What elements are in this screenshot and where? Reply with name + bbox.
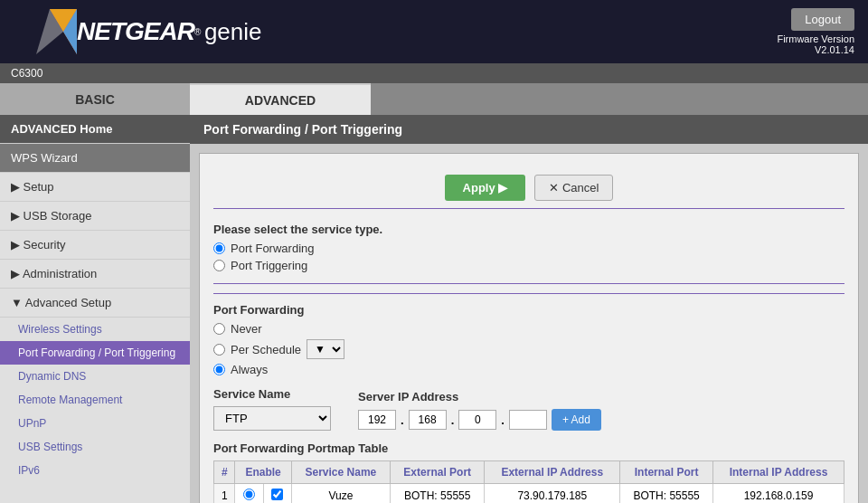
- cell-checkbox[interactable]: [263, 484, 291, 504]
- port-forwarding-label: Port Forwarding: [231, 242, 314, 255]
- cell-external-ip: 73.90.179.185: [485, 484, 620, 504]
- table-title: Port Forwarding Portmap Table: [213, 441, 844, 455]
- content-inner: Apply ▶ ✕ Cancel Please select the servi…: [199, 153, 859, 503]
- sidebar-item-remote-management[interactable]: Remote Management: [0, 388, 190, 412]
- per-schedule-label: Per Schedule: [231, 343, 301, 356]
- cancel-button[interactable]: ✕ Cancel: [534, 175, 613, 201]
- header-right: Logout Firmware Version V2.01.14: [777, 8, 854, 55]
- tab-bar: BASIC ADVANCED: [0, 83, 868, 115]
- row-radio[interactable]: [243, 489, 255, 500]
- col-internal-port: Internal Port: [620, 461, 713, 484]
- ip-octet-4[interactable]: [509, 410, 547, 430]
- sidebar-item-wps-wizard[interactable]: WPS Wizard: [0, 144, 190, 173]
- col-service-name: Service Name: [291, 461, 390, 484]
- logo-netgear: NETGEAR: [77, 17, 194, 45]
- content-area: Port Forwarding / Port Triggering Apply …: [190, 115, 868, 503]
- tab-basic[interactable]: BASIC: [0, 83, 190, 115]
- ip-input-row: . . . + Add: [358, 409, 601, 431]
- service-ip-row: Service Name FTP Server IP Address . . .: [213, 387, 844, 431]
- sidebar-item-dynamic-dns[interactable]: Dynamic DNS: [0, 365, 190, 388]
- model-bar: C6300: [0, 63, 868, 83]
- schedule-dropdown[interactable]: ▼: [307, 339, 344, 359]
- header: NETGEAR® genie Logout Firmware Version V…: [0, 0, 868, 63]
- cell-internal-port: BOTH: 55555: [620, 484, 713, 504]
- always-label: Always: [231, 363, 268, 376]
- port-forwarding-section-label: Port Forwarding: [213, 303, 844, 317]
- model-text: C6300: [11, 67, 42, 80]
- ip-dot-3: .: [501, 413, 505, 427]
- ip-octet-1[interactable]: [358, 410, 396, 430]
- sidebar-item-usb-settings[interactable]: USB Settings: [0, 435, 190, 459]
- col-enable: Enable: [235, 461, 291, 484]
- add-button[interactable]: + Add: [552, 409, 601, 431]
- sidebar-item-setup[interactable]: ▶ Setup: [0, 173, 190, 202]
- sidebar-item-administration[interactable]: ▶ Administration: [0, 260, 190, 289]
- sidebar-item-usb-storage[interactable]: ▶ USB Storage: [0, 202, 190, 231]
- logo-genie: genie: [204, 18, 262, 45]
- radio-never[interactable]: [213, 323, 225, 335]
- sidebar-item-upnp[interactable]: UPnP: [0, 412, 190, 435]
- sidebar: ADVANCED Home WPS Wizard ▶ Setup ▶ USB S…: [0, 115, 190, 503]
- logout-button[interactable]: Logout: [791, 8, 854, 31]
- service-name-select[interactable]: FTP: [213, 406, 331, 431]
- apply-cancel-row: Apply ▶ ✕ Cancel: [213, 167, 844, 209]
- main-layout: ADVANCED Home WPS Wizard ▶ Setup ▶ USB S…: [0, 115, 868, 503]
- col-external-ip: External IP Address: [485, 461, 620, 484]
- radio-per-schedule[interactable]: [213, 344, 225, 356]
- logo-triangle-icon: [23, 9, 77, 54]
- cell-radio[interactable]: [235, 484, 263, 504]
- sidebar-item-advanced-home[interactable]: ADVANCED Home: [0, 115, 190, 144]
- radio-always[interactable]: [213, 364, 225, 375]
- cell-external-port: BOTH: 55555: [391, 484, 485, 504]
- port-triggering-label: Port Triggering: [231, 259, 307, 272]
- service-name-label: Service Name: [213, 387, 331, 401]
- server-ip-label: Server IP Address: [358, 390, 601, 403]
- service-name-group: Service Name FTP: [213, 387, 331, 431]
- sidebar-item-ipv6[interactable]: IPv6: [0, 459, 190, 482]
- ip-octet-2[interactable]: [409, 410, 447, 430]
- firmware-info: Firmware Version V2.01.14: [777, 33, 854, 55]
- service-type-label: Please select the service type.: [213, 223, 844, 236]
- cell-service-name: Vuze: [291, 484, 390, 504]
- sidebar-item-port-forwarding[interactable]: Port Forwarding / Port Triggering: [0, 341, 190, 365]
- always-row: Always: [213, 363, 844, 376]
- col-internal-ip: Internal IP Address: [713, 461, 844, 484]
- page-title: Port Forwarding / Port Triggering: [190, 115, 868, 144]
- col-num: #: [214, 461, 235, 484]
- ip-octet-3[interactable]: [458, 410, 496, 430]
- sidebar-item-wireless-settings[interactable]: Wireless Settings: [0, 318, 190, 341]
- sidebar-item-advanced-setup[interactable]: ▼ Advanced Setup: [0, 289, 190, 318]
- never-row: Never: [213, 322, 844, 336]
- per-schedule-row: Per Schedule ▼: [213, 339, 844, 359]
- portmap-table: # Enable Service Name External Port Exte…: [213, 460, 844, 503]
- table-header-row: # Enable Service Name External Port Exte…: [214, 461, 844, 484]
- radio-port-forwarding-row: Port Forwarding: [213, 242, 844, 255]
- ip-dot-1: .: [401, 413, 404, 427]
- row-checkbox[interactable]: [271, 489, 283, 500]
- service-type-section: Please select the service type. Port For…: [213, 223, 844, 272]
- radio-port-forwarding[interactable]: [213, 242, 225, 254]
- logo-reg: ®: [194, 27, 201, 37]
- sidebar-item-security[interactable]: ▶ Security: [0, 231, 190, 260]
- cell-num: 1: [214, 484, 235, 504]
- radio-port-triggering-row: Port Triggering: [213, 259, 844, 272]
- ip-dot-2: .: [451, 413, 455, 427]
- radio-port-triggering[interactable]: [213, 260, 225, 271]
- never-label: Never: [231, 322, 262, 336]
- col-external-port: External Port: [391, 461, 485, 484]
- server-ip-group: Server IP Address . . . + Add: [358, 390, 601, 431]
- cell-internal-ip: 192.168.0.159: [713, 484, 844, 504]
- tab-advanced[interactable]: ADVANCED: [190, 83, 371, 115]
- apply-button[interactable]: Apply ▶: [445, 175, 526, 201]
- table-row: 1 Vuze BOTH: 55555 73.90.179.185 BOTH: 5…: [214, 484, 844, 504]
- logo-area: NETGEAR® genie: [14, 9, 262, 54]
- port-forwarding-section: Port Forwarding Never Per Schedule ▼ Alw…: [213, 293, 844, 376]
- divider-1: [213, 283, 844, 284]
